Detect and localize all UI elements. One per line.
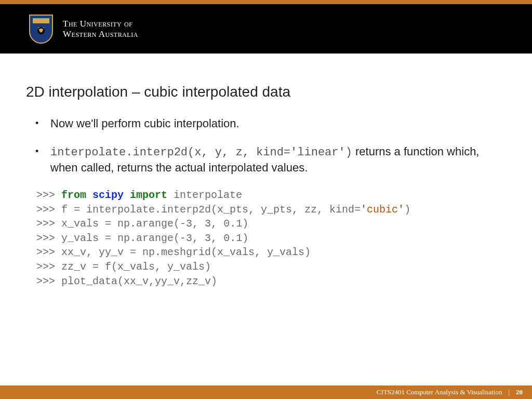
code-prompt: >>>: [36, 246, 61, 258]
bullet-2-code: interpolate.interp2d(x, y, z, kind='line…: [50, 146, 352, 159]
university-name: The University of Western Australia: [63, 19, 138, 39]
code-text: y_vals = np.arange(: [61, 232, 180, 244]
code-string: 'cubic': [361, 204, 404, 216]
code-number: -3: [180, 218, 192, 230]
footer-course: CITS2401 Computer Analysis & Visualisati…: [377, 388, 502, 396]
bullet-2: interpolate.interp2d(x, y, z, kind='line…: [48, 144, 506, 176]
page-number: 20: [516, 388, 523, 396]
footer-divider: |: [508, 388, 510, 396]
slide-title: 2D interpolation – cubic interpolated da…: [26, 84, 506, 100]
code-prompt: >>>: [36, 189, 61, 201]
code-number: 3: [205, 232, 211, 244]
code-text: ,: [192, 218, 205, 230]
keyword-import: import: [130, 189, 167, 201]
code-prompt: >>>: [36, 261, 61, 273]
uni-line-1: The University of: [63, 19, 138, 29]
keyword-scipy: scipy: [86, 189, 130, 201]
footer-bar: CITS2401 Computer Analysis & Visualisati…: [0, 385, 532, 399]
bullet-list: Now we'll perform cubic interpolation. i…: [26, 116, 506, 176]
code-text: xx_v, yy_v = np.meshgrid(x_vals, y_vals): [61, 246, 311, 258]
code-text: interpolate: [167, 189, 242, 201]
code-number: 0.1: [223, 218, 242, 230]
code-number: -3: [180, 232, 192, 244]
code-text: ): [404, 204, 410, 216]
code-prompt: >>>: [36, 232, 61, 244]
svg-rect-0: [33, 18, 49, 23]
code-text: ): [242, 232, 248, 244]
code-prompt: >>>: [36, 218, 61, 230]
code-text: zz_v = f(x_vals, y_vals): [61, 261, 211, 273]
code-text: ,: [192, 232, 205, 244]
code-text: plot_data(xx_v,yy_v,zz_v): [61, 275, 217, 287]
keyword-from: from: [61, 189, 86, 201]
code-text: ,: [211, 218, 223, 230]
bullet-1-text: Now we'll perform cubic interpolation.: [50, 117, 240, 130]
code-prompt: >>>: [36, 204, 61, 216]
top-accent-bar: [0, 0, 532, 4]
slide: The University of Western Australia 2D i…: [0, 0, 532, 399]
code-text: ,: [211, 232, 223, 244]
code-text: x_vals = np.arange(: [61, 218, 180, 230]
code-block: >>> from scipy import interpolate >>> f …: [26, 188, 506, 288]
university-crest-icon: [29, 14, 54, 44]
code-number: 0.1: [223, 232, 242, 244]
code-number: 3: [205, 218, 211, 230]
code-text: f = interpolate.interp2d(x_pts, y_pts, z…: [61, 204, 361, 216]
code-text: ): [242, 218, 248, 230]
uni-line-2: Western Australia: [63, 29, 138, 39]
header: The University of Western Australia: [0, 4, 532, 54]
content-area: 2D interpolation – cubic interpolated da…: [0, 54, 532, 385]
bullet-1: Now we'll perform cubic interpolation.: [48, 116, 506, 131]
code-prompt: >>>: [36, 275, 61, 287]
